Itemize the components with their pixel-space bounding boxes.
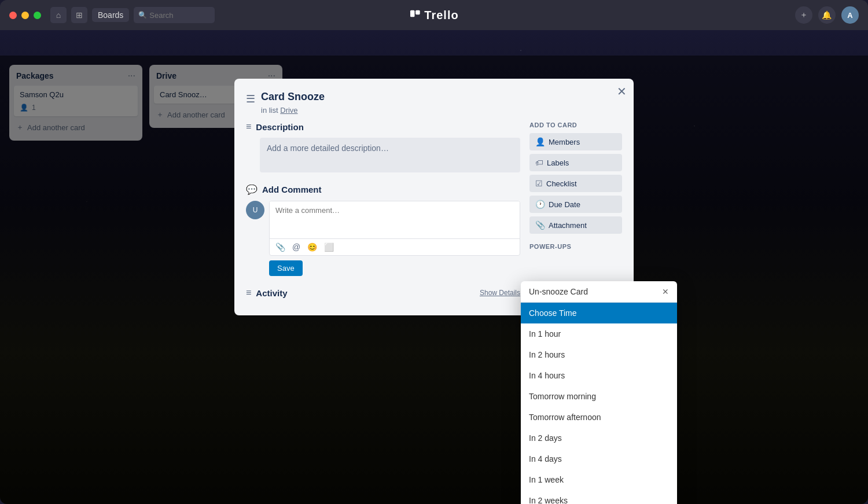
activity-title: Activity	[256, 288, 287, 298]
comment-section: 💬 Add Comment U 📎 @ �	[246, 184, 520, 276]
snooze-option-1w[interactable]: In 1 week	[521, 469, 677, 490]
card-modal: ✕ ☰ Card Snooze in list Drive	[234, 79, 634, 315]
activity-header-left: ≡ Activity	[246, 288, 288, 298]
attachment-icon: 📎	[535, 220, 545, 230]
labels-button[interactable]: 🏷 Labels	[529, 154, 622, 171]
description-header: ≡ Description	[246, 122, 520, 132]
snooze-option-2w[interactable]: In 2 weeks	[521, 490, 677, 504]
description-box[interactable]: Add a more detailed description…	[260, 138, 520, 172]
add-to-card-title: ADD TO CARD	[529, 122, 622, 128]
snooze-title: Un-snooze Card	[529, 287, 588, 296]
snooze-option-label-6: In 2 days	[529, 433, 562, 443]
snooze-close-button[interactable]: ✕	[662, 288, 669, 296]
search-input[interactable]	[149, 11, 210, 20]
snooze-option-1h[interactable]: In 1 hour	[521, 323, 677, 344]
snooze-option-tomorrow-afternoon[interactable]: Tomorrow afternoon	[521, 407, 677, 428]
checklist-button[interactable]: ☑ Checklist	[529, 175, 622, 192]
add-button[interactable]: ＋	[795, 6, 812, 24]
search-bar: 🔍	[134, 7, 215, 23]
save-comment-button[interactable]: Save	[269, 260, 303, 276]
snooze-option-4h[interactable]: In 4 hours	[521, 365, 677, 386]
comment-header: 💬 Add Comment	[246, 184, 520, 195]
comment-icon: 💬	[246, 184, 258, 195]
boards-button[interactable]: Boards	[92, 8, 129, 22]
close-button[interactable]	[9, 12, 17, 19]
activity-icon: ≡	[246, 288, 251, 298]
snooze-option-label-7: In 4 days	[529, 454, 562, 463]
comment-input-area: U 📎 @ 😊 ⬜	[246, 201, 520, 256]
board-area: Packages ··· Samson Q2u 👤 1 ＋ Add anothe…	[0, 56, 868, 504]
modal-sidebar: ADD TO CARD 👤 Members 🏷 Labels ☑ Checkli…	[529, 122, 622, 304]
format-icon[interactable]: ⬜	[323, 241, 335, 253]
home-icon[interactable]: ⌂	[50, 7, 67, 23]
members-button[interactable]: 👤 Members	[529, 133, 622, 150]
title-bar: ⌂ ⊞ Boards 🔍 Trello ＋ 🔔 A	[0, 0, 868, 30]
modal-main: ≡ Description Add a more detailed descri…	[246, 122, 520, 304]
show-details-button[interactable]: Show Details	[480, 289, 520, 297]
description-placeholder: Add a more detailed description…	[267, 144, 389, 153]
description-icon: ≡	[246, 122, 251, 132]
modal-overlay[interactable]: ✕ ☰ Card Snooze in list Drive	[0, 56, 868, 504]
modal-header-content: Card Snooze in list Drive	[261, 90, 605, 115]
in-list-label: in list	[261, 106, 278, 115]
list-link[interactable]: Drive	[280, 106, 297, 115]
svg-rect-0	[410, 10, 415, 17]
svg-rect-1	[415, 10, 420, 15]
comment-textarea[interactable]	[270, 201, 520, 236]
snooze-dropdown: Un-snooze Card ✕ Choose Time In 1 hour I…	[521, 281, 677, 504]
trello-logo: Trello	[409, 9, 458, 22]
modal-subtitle: in list Drive	[261, 106, 605, 115]
activity-header: ≡ Activity Show Details	[246, 288, 520, 298]
snooze-option-label-4: Tomorrow morning	[529, 392, 596, 401]
snooze-option-2h[interactable]: In 2 hours	[521, 344, 677, 365]
comment-box: 📎 @ 😊 ⬜	[269, 201, 520, 256]
fullscreen-button[interactable]	[34, 12, 41, 19]
due-date-button[interactable]: 🕐 Due Date	[529, 196, 622, 213]
snooze-header: Un-snooze Card ✕	[521, 281, 677, 303]
minimize-button[interactable]	[21, 12, 29, 19]
snooze-option-label-5: Tomorrow afternoon	[529, 413, 601, 422]
window-frame: ⌂ ⊞ Boards 🔍 Trello ＋ 🔔 A Trello Power-U…	[0, 0, 868, 504]
due-date-label: Due Date	[549, 200, 580, 209]
power-ups-title: POWER-UPS	[529, 243, 622, 250]
traffic-lights	[9, 12, 41, 19]
search-icon: 🔍	[138, 11, 147, 19]
comment-title: Add Comment	[262, 185, 322, 194]
comment-avatar: U	[246, 201, 264, 219]
snooze-option-4d[interactable]: In 4 days	[521, 448, 677, 469]
snooze-option-label-9: In 2 weeks	[529, 496, 568, 504]
description-title: Description	[256, 122, 304, 132]
modal-title: Card Snooze	[261, 90, 605, 104]
snooze-option-choose-time[interactable]: Choose Time	[521, 303, 677, 323]
snooze-option-label-2: In 2 hours	[529, 350, 565, 359]
modal-header: ☰ Card Snooze in list Drive	[246, 90, 622, 115]
checklist-label: Checklist	[546, 179, 577, 188]
snooze-option-tomorrow-morning[interactable]: Tomorrow morning	[521, 386, 677, 407]
nav-icons: ⌂ ⊞	[50, 7, 87, 23]
checklist-icon: ☑	[535, 179, 543, 188]
logo-text: Trello	[424, 9, 458, 22]
snooze-option-label-1: In 1 hour	[529, 329, 561, 339]
boards-label: Boards	[98, 10, 123, 20]
notification-bell-icon[interactable]: 🔔	[818, 6, 836, 24]
attachment-label: Attachment	[549, 221, 587, 230]
labels-label: Labels	[547, 159, 569, 167]
modal-close-button[interactable]: ✕	[617, 86, 627, 97]
snooze-option-label-0: Choose Time	[529, 308, 576, 318]
activity-section: ≡ Activity Show Details	[246, 288, 520, 298]
mention-icon[interactable]: @	[291, 241, 301, 253]
avatar[interactable]: A	[841, 6, 859, 24]
snooze-option-2d[interactable]: In 2 days	[521, 428, 677, 448]
members-label: Members	[549, 138, 580, 146]
clock-icon: 🕐	[535, 200, 545, 209]
boards-icon[interactable]: ⊞	[71, 7, 87, 23]
snooze-option-label-8: In 1 week	[529, 475, 564, 484]
snooze-option-label-3: In 4 hours	[529, 371, 565, 380]
emoji-icon[interactable]: 😊	[306, 241, 318, 253]
attachment-button[interactable]: 📎 Attachment	[529, 216, 622, 234]
attach-icon[interactable]: 📎	[274, 241, 286, 253]
card-icon: ☰	[246, 93, 255, 105]
power-ups-section: POWER-UPS	[529, 243, 622, 250]
label-icon: 🏷	[535, 158, 543, 167]
comment-toolbar: 📎 @ 😊 ⬜	[270, 238, 520, 255]
